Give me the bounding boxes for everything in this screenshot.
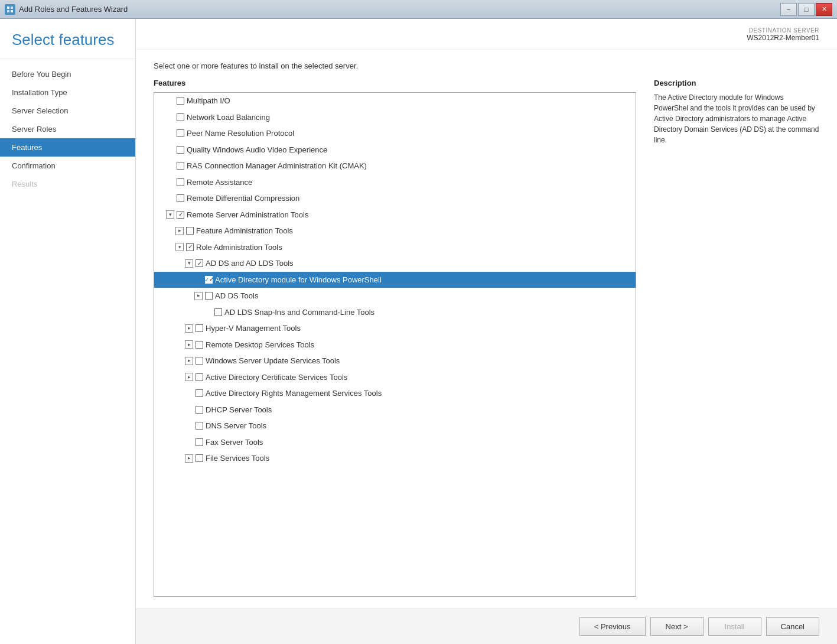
feature-ad-ds-tools[interactable]: ▸ AD DS Tools <box>154 288 636 304</box>
feature-remote-assistance[interactable]: Remote Assistance <box>154 174 636 191</box>
checkbox-feature-admin[interactable] <box>186 227 194 235</box>
sidebar-item-server-selection[interactable]: Server Selection <box>0 102 135 120</box>
app-icon <box>5 4 15 15</box>
svg-rect-1 <box>11 6 13 9</box>
description-text: The Active Directory module for Windows … <box>654 92 819 145</box>
page-title: Select features <box>12 31 123 49</box>
sidebar: Before You Begin Installation Type Serve… <box>0 59 136 644</box>
checkbox-remote-differential[interactable] <box>177 194 184 202</box>
feature-admin-tools[interactable]: ▸ Feature Administration Tools <box>154 223 636 239</box>
checkbox-network-load-balancing[interactable] <box>177 113 184 121</box>
feature-ad-rights-management[interactable]: Active Directory Rights Management Servi… <box>154 385 636 402</box>
description-label: Description <box>654 79 819 87</box>
checkbox-ad-rights[interactable] <box>196 389 203 397</box>
destination-server-info: DESTINATION SERVER WS2012R2-Member01 <box>747 27 819 42</box>
feature-dns-server-tools[interactable]: DNS Server Tools <box>154 418 636 434</box>
feature-peer-name-resolution[interactable]: Peer Name Resolution Protocol <box>154 125 636 142</box>
checkbox-remote-assistance[interactable] <box>177 178 184 186</box>
checkbox-remote-desktop[interactable] <box>196 341 203 349</box>
feature-role-admin-tools[interactable]: ▾ Role Administration Tools <box>154 239 636 256</box>
features-label: Features <box>154 79 636 87</box>
feature-dhcp-server-tools[interactable]: DHCP Server Tools <box>154 402 636 418</box>
feature-wsus-tools[interactable]: ▸ Windows Server Update Services Tools <box>154 353 636 369</box>
checkbox-role-admin[interactable] <box>186 243 194 251</box>
checkbox-dns-server[interactable] <box>196 422 203 430</box>
sidebar-item-features[interactable]: Features <box>0 138 135 157</box>
main-content: Select one or more features to install o… <box>136 50 837 609</box>
expander-role-admin[interactable]: ▾ <box>175 243 184 251</box>
svg-rect-2 <box>7 10 9 12</box>
sidebar-item-server-roles[interactable]: Server Roles <box>0 120 135 138</box>
svg-rect-0 <box>7 6 9 9</box>
window-controls: − □ ✕ <box>780 3 832 16</box>
checkbox-dhcp-server[interactable] <box>196 406 203 414</box>
checkbox-ad-lds-snapins[interactable] <box>214 308 222 316</box>
checkbox-multipath-io[interactable] <box>177 97 184 105</box>
feature-ad-ds-lds[interactable]: ▾ AD DS and AD LDS Tools <box>154 255 636 272</box>
feature-network-load-balancing[interactable]: Network Load Balancing <box>154 109 636 126</box>
close-button[interactable]: ✕ <box>816 3 832 16</box>
sidebar-item-before-you-begin[interactable]: Before You Begin <box>0 65 135 83</box>
expander-feature-admin[interactable]: ▸ <box>175 227 184 235</box>
expander-remote-server-admin[interactable]: ▾ <box>166 210 174 219</box>
expander-hyper-v[interactable]: ▸ <box>185 324 193 333</box>
feature-active-directory-module[interactable]: ✓ Active Directory module for Windows Po… <box>154 272 636 288</box>
feature-remote-server-admin[interactable]: ▾ Remote Server Administration Tools <box>154 207 636 223</box>
footer: < Previous Next > Install Cancel <box>136 609 837 644</box>
feature-fax-server-tools[interactable]: Fax Server Tools <box>154 434 636 451</box>
checkbox-remote-server-admin[interactable] <box>177 211 184 219</box>
feature-ad-lds-snapins[interactable]: AD LDS Snap-Ins and Command-Line Tools <box>154 304 636 321</box>
feature-quality-windows-audio[interactable]: Quality Windows Audio Video Experience <box>154 142 636 158</box>
minimize-button[interactable]: − <box>780 3 797 16</box>
checkbox-hyper-v[interactable] <box>196 324 203 332</box>
expander-remote-desktop[interactable]: ▸ <box>185 340 193 349</box>
checkbox-active-directory-module[interactable]: ✓ <box>205 276 213 284</box>
feature-file-services-tools[interactable]: ▸ File Services Tools <box>154 450 636 467</box>
expander-file-services[interactable]: ▸ <box>185 454 193 463</box>
sidebar-item-installation-type[interactable]: Installation Type <box>0 83 135 102</box>
checkbox-ad-ds-tools[interactable] <box>205 292 213 300</box>
restore-button[interactable]: □ <box>798 3 815 16</box>
checkbox-fax-server[interactable] <box>196 438 203 446</box>
feature-remote-desktop-services[interactable]: ▸ Remote Desktop Services Tools <box>154 337 636 353</box>
expander-ad-ds-lds[interactable]: ▾ <box>185 259 193 268</box>
checkbox-quality-windows-audio[interactable] <box>177 146 184 154</box>
checkbox-peer-name-resolution[interactable] <box>177 129 184 137</box>
previous-button[interactable]: < Previous <box>579 617 646 636</box>
expander-ad-certificate[interactable]: ▸ <box>185 373 193 381</box>
feature-ras-connection[interactable]: RAS Connection Manager Administration Ki… <box>154 158 636 174</box>
instruction-text: Select one or more features to install o… <box>154 61 819 70</box>
feature-ad-certificate[interactable]: ▸ Active Directory Certificate Services … <box>154 369 636 386</box>
checkbox-wsus[interactable] <box>196 357 203 365</box>
feature-multipath-io[interactable]: Multipath I/O <box>154 93 636 109</box>
svg-rect-3 <box>11 10 13 12</box>
feature-remote-differential[interactable]: Remote Differential Compression <box>154 190 636 207</box>
expander-wsus[interactable]: ▸ <box>185 357 193 365</box>
description-panel: Description The Active Directory module … <box>654 79 819 597</box>
cancel-button[interactable]: Cancel <box>766 617 819 636</box>
expander-ad-ds-tools[interactable]: ▸ <box>194 292 203 300</box>
checkbox-file-services[interactable] <box>196 454 203 462</box>
title-bar: Add Roles and Features Wizard − □ ✕ <box>0 0 837 19</box>
next-button[interactable]: Next > <box>650 617 704 636</box>
checkbox-ras-connection[interactable] <box>177 162 184 170</box>
checkbox-ad-certificate[interactable] <box>196 373 203 381</box>
feature-hyper-v-management[interactable]: ▸ Hyper-V Management Tools <box>154 320 636 337</box>
sidebar-item-confirmation[interactable]: Confirmation <box>0 157 135 175</box>
features-list[interactable]: Multipath I/O Network Load Balancing <box>154 92 636 597</box>
window-title: Add Roles and Features Wizard <box>19 5 128 14</box>
sidebar-item-results: Results <box>0 175 135 193</box>
checkbox-ad-ds-lds[interactable] <box>196 259 203 267</box>
install-button[interactable]: Install <box>708 617 761 636</box>
